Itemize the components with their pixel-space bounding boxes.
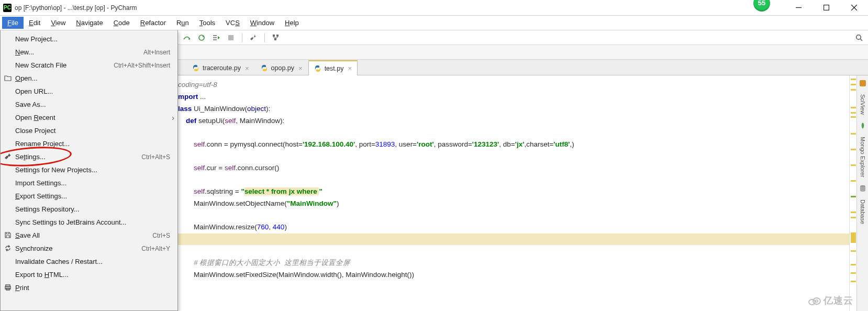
file-menu-export-to-html[interactable]: Export to HTML... [1, 268, 177, 281]
menu-window[interactable]: Window [245, 17, 280, 29]
status-badge[interactable]: 55 [753, 0, 770, 12]
code-editor[interactable]: coding=utf-8 mport ... lass Ui_MainWindo… [178, 75, 849, 311]
svg-point-13 [813, 298, 820, 304]
python-file-icon [192, 64, 199, 72]
wrench-icon [4, 152, 12, 161]
close-icon[interactable]: × [348, 64, 352, 72]
tab-database[interactable]: Database [860, 197, 866, 226]
file-menu-settings[interactable]: Settings...Ctrl+Alt+S [1, 150, 177, 163]
search-icon[interactable] [853, 32, 865, 43]
step-over-run-icon[interactable] [181, 32, 193, 43]
main-area: traceroute.py×opop.py×test.py× coding=ut… [178, 30, 868, 311]
mongo-icon [859, 122, 866, 129]
python-file-icon [314, 65, 321, 72]
menu-vcs[interactable]: VCS [220, 17, 245, 29]
run-to-cursor-icon[interactable] [210, 32, 222, 43]
file-menu-new[interactable]: New...Alt+Insert [1, 46, 177, 59]
navigation-bar [178, 45, 868, 60]
svg-point-14 [816, 300, 818, 302]
file-menu-print[interactable]: Print [1, 281, 177, 294]
tab-label: traceroute.py [203, 64, 241, 72]
file-menu-save-all[interactable]: Save AllCtrl+S [1, 229, 177, 242]
minimize-button[interactable] [787, 0, 810, 16]
sync-icon [4, 244, 12, 252]
menu-code[interactable]: Code [108, 17, 135, 29]
svg-point-12 [809, 299, 815, 305]
svg-rect-7 [276, 35, 279, 37]
tab-label: opop.py [271, 64, 294, 72]
svg-rect-10 [860, 80, 866, 86]
editor-tab-opop-py[interactable]: opop.py× [255, 60, 308, 75]
menu-bar: FileEditViewNavigateCodeRefactorRunTools… [0, 16, 868, 30]
svg-point-9 [856, 35, 861, 39]
file-menu-save-as[interactable]: Save As... [1, 98, 177, 111]
folder-icon [4, 74, 12, 82]
file-menu-rename-project[interactable]: Rename Project... [1, 137, 177, 150]
editor-marker-stripe[interactable] [849, 75, 856, 311]
close-icon[interactable]: × [298, 64, 303, 72]
menu-help[interactable]: Help [280, 17, 304, 29]
structure-icon[interactable] [270, 32, 282, 43]
editor-tab-traceroute-py[interactable]: traceroute.py× [186, 60, 255, 75]
editor-tabs: traceroute.py×opop.py×test.py× [178, 60, 868, 75]
file-menu-sync-settings-to-jetbrains-account[interactable]: Sync Settings to JetBrains Account... [1, 216, 177, 229]
file-menu-dropdown: New Project...New...Alt+InsertNew Scratc… [0, 30, 178, 311]
print-icon [4, 283, 12, 292]
file-menu-new-project[interactable]: New Project... [1, 32, 177, 46]
menu-view[interactable]: View [46, 17, 71, 29]
file-menu-new-scratch-file[interactable]: New Scratch FileCtrl+Alt+Shift+Insert [1, 59, 177, 72]
editor-tab-test-py[interactable]: test.py× [308, 60, 358, 75]
file-menu-synchronize[interactable]: SynchronizeCtrl+Alt+Y [1, 242, 177, 255]
app-icon: PC [3, 4, 12, 12]
file-menu-open[interactable]: Open... [1, 72, 177, 85]
sciview-icon [859, 80, 866, 87]
database-icon [859, 185, 866, 192]
right-tool-tabs: SciView Mongo Explorer Database [856, 75, 868, 311]
maximize-button[interactable] [815, 0, 838, 16]
rerun-icon[interactable] [196, 32, 207, 43]
file-menu-close-project[interactable]: Close Project [1, 124, 177, 137]
file-menu-settings-repository[interactable]: Settings Repository... [1, 203, 177, 216]
menu-navigate[interactable]: Navigate [71, 17, 108, 29]
file-menu-open-url[interactable]: Open URL... [1, 85, 177, 98]
title-bar: PC op [F:\python\op] - ...\test.py [op] … [0, 0, 868, 16]
svg-rect-0 [824, 5, 829, 10]
close-button[interactable] [842, 0, 866, 16]
menu-file[interactable]: File [2, 17, 24, 29]
file-menu-open-recent[interactable]: Open Recent [1, 111, 177, 124]
python-file-icon [261, 64, 268, 72]
toolbar-separator [264, 33, 265, 42]
menu-refactor[interactable]: Refactor [135, 17, 171, 29]
menu-tools[interactable]: Tools [194, 17, 220, 29]
toolbar-separator [242, 33, 242, 42]
file-menu-invalidate-caches-restart[interactable]: Invalidate Caches / Restart... [1, 255, 177, 268]
svg-rect-6 [273, 35, 275, 37]
file-menu-import-settings[interactable]: Import Settings... [1, 176, 177, 190]
close-icon[interactable]: × [245, 64, 249, 72]
watermark: 亿速云 [808, 294, 853, 307]
menu-edit[interactable]: Edit [24, 17, 46, 29]
window-title: op [F:\python\op] - ...\test.py [op] - P… [15, 4, 137, 12]
file-menu-export-settings[interactable]: Export Settings... [1, 190, 177, 203]
code-content: coding=utf-8 mport ... lass Ui_MainWindo… [178, 75, 849, 284]
wrench-icon[interactable] [248, 32, 259, 43]
svg-rect-5 [228, 35, 233, 40]
menu-run[interactable]: Run [171, 17, 194, 29]
tab-label: test.py [325, 65, 344, 72]
stop-icon[interactable] [225, 32, 237, 43]
toolbar [178, 30, 868, 45]
file-menu-settings-for-new-projects[interactable]: Settings for New Projects... [1, 163, 177, 176]
tab-mongo[interactable]: Mongo Explorer [860, 135, 866, 180]
tab-sciview[interactable]: SciView [860, 92, 866, 117]
save-icon [4, 231, 12, 239]
